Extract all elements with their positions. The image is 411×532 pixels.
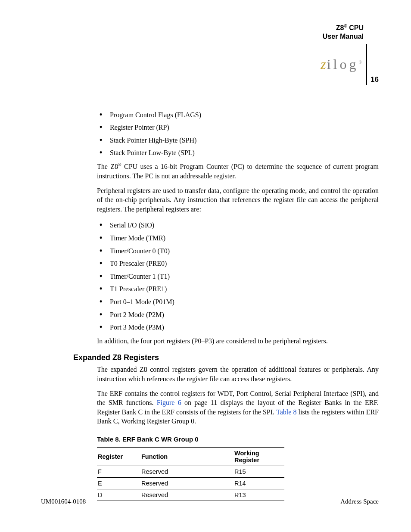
th-function: Function [140, 447, 234, 466]
cell-register: F [97, 466, 140, 477]
doc-title-line1: Z8® CPU [41, 24, 364, 32]
cell-function: Reserved [140, 466, 234, 477]
logo-reg: ® [358, 60, 362, 65]
logo-row: zilog® 16 [41, 44, 379, 85]
doc-title-line2: User Manual [41, 32, 364, 40]
list-peripheral-regs: Serial I/O (SIO) Timer Mode (TMR) Timer/… [97, 219, 379, 333]
list-control-regs: Program Control Flags (FLAGS) Register P… [97, 109, 379, 159]
cell-register: E [97, 477, 140, 489]
header-titles: Z8® CPU User Manual [41, 24, 364, 40]
paragraph: Peripheral registers are used to transfe… [97, 186, 379, 214]
table-row: F Reserved R15 [97, 466, 284, 477]
section-heading: Expanded Z8 Registers [73, 353, 379, 362]
paragraph: The Z8® CPU uses a 16-bit Program Counte… [97, 162, 379, 181]
reg-mark: ® [118, 162, 121, 167]
list-item: Stack Pointer Low-Byte (SPL) [97, 146, 379, 159]
th-register: Register [97, 447, 140, 466]
link-table-8[interactable]: Table 8 [276, 408, 296, 416]
th-working-register: Working Register [234, 447, 284, 466]
table-caption: Table 8. ERF Bank C WR Group 0 [97, 436, 379, 443]
list-item: T0 Prescaler (PRE0) [97, 257, 379, 270]
paragraph: The expanded Z8 control registers govern… [97, 365, 379, 383]
list-item: Serial I/O (SIO) [97, 219, 379, 232]
link-figure-6[interactable]: Figure 6 [157, 399, 181, 406]
page-header: Z8® CPU User Manual zilog® 16 [41, 24, 379, 85]
list-item: Timer/Counter 0 (T0) [97, 245, 379, 258]
title-pre: Z8 [336, 24, 344, 31]
page-footer: UM001604-0108 Address Space [41, 498, 379, 505]
list-item: Port 3 Mode (P3M) [97, 321, 379, 334]
logo-z: z [321, 56, 327, 72]
footer-doc-id: UM001604-0108 [41, 498, 86, 505]
list-item: Port 0–1 Mode (P01M) [97, 296, 379, 308]
paragraph: In addition, the four port registers (P0… [97, 336, 379, 346]
list-item: Stack Pointer High-Byte (SPH) [97, 134, 379, 147]
cell-working-register: R14 [234, 477, 284, 489]
title-post: CPU [347, 24, 364, 31]
text: CPU uses a 16-bit Program Counter (PC) t… [97, 163, 379, 180]
table-row: E Reserved R14 [97, 477, 284, 489]
body-content: Program Control Flags (FLAGS) Register P… [97, 109, 379, 501]
cell-working-register: R15 [234, 466, 284, 477]
list-item: Program Control Flags (FLAGS) [97, 109, 379, 121]
page-number: 16 [371, 75, 379, 85]
zilog-logo: zilog® [321, 56, 364, 72]
list-item: Timer Mode (TMR) [97, 232, 379, 245]
list-item: Register Pointer (RP) [97, 121, 379, 134]
page: Z8® CPU User Manual zilog® 16 Program Co… [0, 0, 411, 532]
paragraph: The ERF contains the control registers f… [97, 389, 379, 426]
title-sup: ® [344, 24, 347, 28]
list-item: Port 2 Mode (P2M) [97, 308, 379, 321]
text: The Z8 [97, 163, 118, 170]
erf-bank-c-table: Register Function Working Register F Res… [97, 447, 284, 501]
logo-text: ilog [327, 56, 359, 72]
list-item: T1 Prescaler (PRE1) [97, 283, 379, 296]
footer-section: Address Space [340, 498, 379, 505]
cell-function: Reserved [140, 477, 234, 489]
table-header-row: Register Function Working Register [97, 447, 284, 466]
header-divider [366, 44, 367, 85]
list-item: Timer/Counter 1 (T1) [97, 270, 379, 283]
